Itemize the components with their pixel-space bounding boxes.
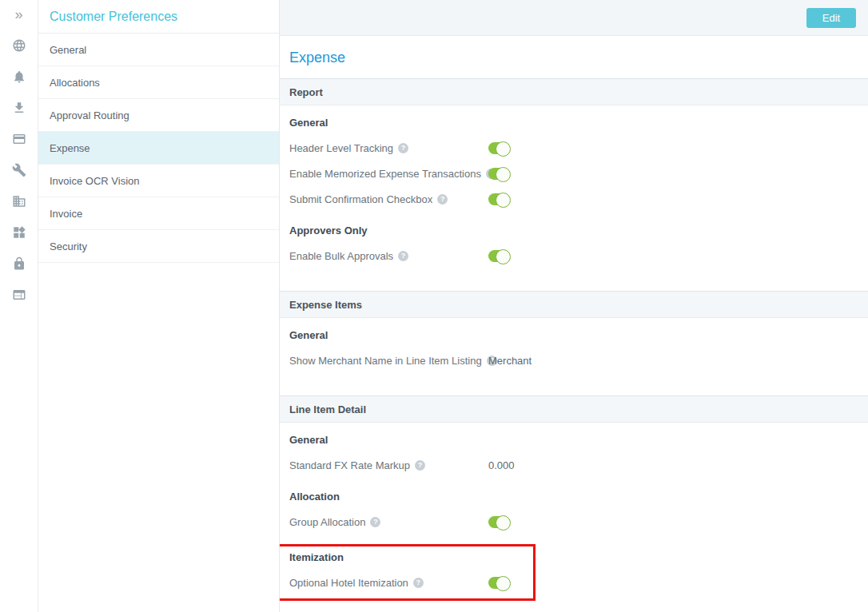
help-icon[interactable]	[398, 251, 408, 261]
toggle-group-allocation[interactable]	[488, 516, 510, 528]
pref-row: Group Allocation	[289, 516, 858, 528]
pref-label: Show Merchant Name in Line Item Listing	[289, 355, 482, 367]
panel-title: Customer Preferences	[38, 0, 279, 34]
pref-value: 0.000	[488, 459, 515, 471]
pref-label: Submit Confirmation Checkbox	[289, 193, 432, 205]
main-content: Edit Expense Report General Header Level…	[280, 0, 868, 612]
pref-value: Merchant	[488, 355, 532, 367]
page-title: Expense	[289, 50, 858, 66]
collapse-chevrons-icon[interactable]	[11, 7, 27, 22]
pref-label: Enable Memorized Expense Transactions	[289, 168, 481, 180]
toggle-enable-memorized-expense-transactions[interactable]	[488, 168, 510, 180]
group-heading: Itemization	[289, 551, 533, 563]
globe-icon[interactable]	[11, 38, 27, 53]
annotation-highlight-box: Itemization Optional Hotel Itemization	[280, 544, 536, 601]
group-heading: Approvers Only	[289, 225, 858, 236]
sidebar-item-approval-routing[interactable]: Approval Routing	[38, 99, 279, 132]
widgets-icon[interactable]	[11, 225, 27, 240]
toggle-optional-hotel-itemization[interactable]	[488, 577, 510, 589]
pref-row: Show Merchant Name in Line Item Listing …	[289, 355, 858, 367]
section-header: Line Item Detail	[280, 395, 868, 423]
icon-rail	[0, 0, 38, 612]
pref-row: Submit Confirmation Checkbox	[289, 193, 858, 205]
group-heading: General	[289, 117, 858, 129]
download-icon[interactable]	[11, 101, 27, 115]
group-heading: Allocation	[289, 491, 858, 503]
section-header-label: Report	[289, 86, 323, 98]
section-header-label: Expense Items	[289, 299, 362, 311]
toggle-submit-confirmation-checkbox[interactable]	[488, 193, 510, 205]
section-header: Expense Items	[280, 291, 868, 318]
building-icon[interactable]	[11, 194, 27, 209]
group-heading: General	[289, 434, 858, 446]
pref-row: Enable Memorized Expense Transactions	[289, 168, 858, 180]
sidebar-item-security[interactable]: Security	[38, 230, 279, 263]
web-layout-icon[interactable]	[11, 288, 27, 302]
section-header: Report	[280, 78, 868, 105]
toggle-enable-bulk-approvals[interactable]	[488, 250, 510, 262]
pref-row: Standard FX Rate Markup 0.000	[289, 459, 858, 471]
bell-icon[interactable]	[11, 70, 27, 84]
help-icon[interactable]	[398, 143, 408, 153]
pref-label: Standard FX Rate Markup	[289, 459, 410, 471]
action-bar: Edit	[280, 0, 868, 36]
credit-card-icon[interactable]	[11, 132, 27, 146]
pref-row: Enable Bulk Approvals	[289, 250, 858, 262]
sidebar-item-general[interactable]: General	[38, 34, 279, 66]
section-header-label: Line Item Detail	[289, 403, 366, 415]
pref-label: Enable Bulk Approvals	[289, 250, 393, 262]
lock-icon[interactable]	[11, 256, 27, 271]
group-heading: General	[289, 329, 858, 341]
pref-label: Group Allocation	[289, 516, 365, 528]
sidebar-item-allocations[interactable]: Allocations	[38, 66, 279, 99]
section-line-item-detail: Line Item Detail General Standard FX Rat…	[280, 395, 868, 601]
section-report: Report General Header Level Tracking Ena…	[280, 78, 868, 262]
help-icon[interactable]	[370, 517, 380, 527]
edit-button[interactable]: Edit	[806, 8, 856, 28]
section-expense-items: Expense Items General Show Merchant Name…	[280, 291, 868, 367]
sidebar-item-invoice[interactable]: Invoice	[38, 197, 279, 230]
sidebar-item-expense[interactable]: Expense	[38, 132, 279, 165]
pref-label: Optional Hotel Itemization	[289, 577, 408, 589]
customer-preferences-panel: Customer Preferences General Allocations…	[38, 0, 280, 612]
help-icon[interactable]	[437, 194, 448, 205]
wrench-icon[interactable]	[11, 163, 27, 177]
pref-label: Header Level Tracking	[289, 142, 393, 154]
help-icon[interactable]	[413, 578, 424, 588]
pref-row: Optional Hotel Itemization	[289, 577, 533, 589]
sidebar-item-invoice-ocr-vision[interactable]: Invoice OCR Vision	[38, 165, 279, 197]
pref-row: Header Level Tracking	[289, 142, 858, 154]
toggle-header-level-tracking[interactable]	[488, 142, 510, 154]
help-icon[interactable]	[415, 460, 425, 471]
